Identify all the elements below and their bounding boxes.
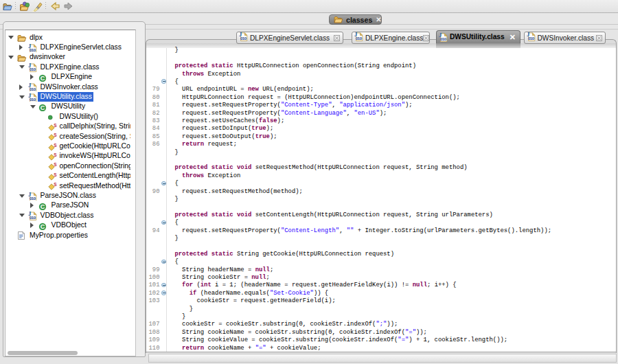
svg-text:010: 010 <box>527 36 534 41</box>
svg-text:010: 010 <box>30 87 36 91</box>
svg-text:S: S <box>54 163 57 167</box>
svg-text:C: C <box>41 223 45 230</box>
svg-text:S: S <box>54 124 57 128</box>
svg-text:S: S <box>54 173 57 177</box>
svg-text:010: 010 <box>30 98 36 102</box>
svg-text:010: 010 <box>440 37 447 41</box>
svg-text:S: S <box>54 153 57 157</box>
svg-text:010: 010 <box>356 36 363 41</box>
svg-text:C: C <box>41 75 45 82</box>
svg-text:S: S <box>54 183 57 187</box>
svg-text:010: 010 <box>30 196 36 201</box>
svg-text:010: 010 <box>30 67 36 71</box>
svg-text:C: C <box>41 104 45 111</box>
svg-text:010: 010 <box>240 36 247 41</box>
svg-text:S: S <box>54 133 57 137</box>
svg-text:S: S <box>54 144 57 148</box>
svg-text:010: 010 <box>30 48 36 52</box>
svg-text:010: 010 <box>30 216 36 220</box>
svg-text:C: C <box>41 203 45 210</box>
